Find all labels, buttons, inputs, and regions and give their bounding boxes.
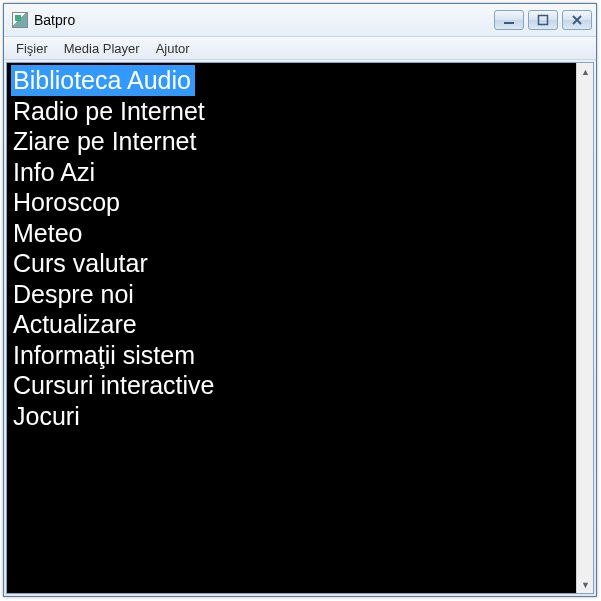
scroll-up-arrow-icon[interactable]: ▲: [578, 63, 593, 80]
close-icon: [571, 14, 583, 26]
maximize-icon: [537, 14, 549, 26]
menu-fisier[interactable]: Fişier: [8, 39, 56, 58]
menu-ajutor[interactable]: Ajutor: [148, 39, 198, 58]
list-item[interactable]: Horoscop: [11, 188, 122, 216]
list-item[interactable]: Informaţii sistem: [11, 341, 197, 369]
menu-media-player[interactable]: Media Player: [56, 39, 148, 58]
app-window: Batpro Fişier Media Player Ajutor Biblio…: [3, 3, 597, 597]
window-title: Batpro: [34, 12, 494, 28]
close-button[interactable]: [562, 10, 592, 30]
list-item[interactable]: Despre noi: [11, 280, 136, 308]
list-item[interactable]: Curs valutar: [11, 249, 150, 277]
list-item[interactable]: Info Azi: [11, 158, 97, 186]
minimize-icon: [503, 14, 515, 26]
svg-rect-0: [504, 22, 514, 24]
list-item[interactable]: Radio pe Internet: [11, 97, 207, 125]
content-area: Biblioteca Audio Radio pe Internet Ziare…: [6, 62, 594, 594]
minimize-button[interactable]: [494, 10, 524, 30]
list-item[interactable]: Ziare pe Internet: [11, 127, 198, 155]
main-listbox[interactable]: Biblioteca Audio Radio pe Internet Ziare…: [7, 63, 576, 593]
menubar: Fişier Media Player Ajutor: [4, 36, 596, 60]
list-item[interactable]: Jocuri: [11, 402, 82, 430]
titlebar[interactable]: Batpro: [4, 4, 596, 36]
app-icon: [12, 12, 28, 28]
list-item[interactable]: Cursuri interactive: [11, 371, 216, 399]
svg-rect-1: [539, 16, 548, 25]
list-item[interactable]: Actualizare: [11, 310, 139, 338]
maximize-button[interactable]: [528, 10, 558, 30]
vertical-scrollbar[interactable]: ▲ ▼: [576, 63, 593, 593]
list-item[interactable]: Meteo: [11, 219, 84, 247]
scroll-down-arrow-icon[interactable]: ▼: [578, 576, 593, 593]
window-controls: [494, 10, 592, 30]
list-item[interactable]: Biblioteca Audio: [11, 65, 195, 96]
